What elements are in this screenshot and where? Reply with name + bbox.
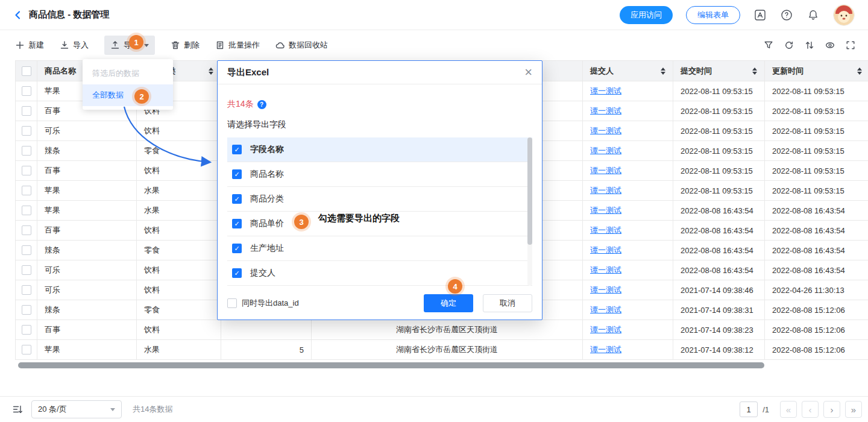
submitter-link[interactable]: 谭一测试 [590,265,621,276]
new-button[interactable]: 新建 [15,40,44,51]
refresh-icon[interactable] [784,40,794,51]
cell-submit-time: 2021-07-14 09:38:12 [673,340,765,360]
notification-bell-icon[interactable] [807,8,820,22]
row-checkbox[interactable] [22,245,31,255]
submitter-link[interactable]: 谭一测试 [590,125,621,136]
row-checkbox[interactable] [22,126,31,136]
checkbox-checked-icon[interactable]: ✓ [232,268,242,278]
submitter-link[interactable]: 谭一测试 [590,225,621,236]
export-menu-item-1[interactable]: 筛选后的数据 [83,63,173,84]
row-checkbox[interactable] [22,345,31,354]
page-input[interactable] [740,402,758,417]
app-access-button[interactable]: 应用访问 [620,6,673,24]
row-checkbox[interactable] [22,146,31,156]
field-label: 商品单价 [250,218,284,229]
sort-icon[interactable] [852,68,862,75]
column-header-7[interactable]: 更新时间 [765,61,868,81]
top-header: 商品信息 - 数据管理 应用访问 编辑表单 [0,0,868,30]
field-row[interactable]: ✓商品名称 [227,162,532,187]
sort-updown-icon[interactable] [804,40,815,51]
back-button[interactable] [13,10,23,20]
first-page-button[interactable]: « [780,401,797,418]
column-header-5[interactable]: 提交人 [583,61,673,81]
row-checkbox[interactable] [22,166,31,175]
modal-scrollbar[interactable] [527,137,532,286]
help-circle-icon[interactable]: ? [257,100,266,109]
field-row[interactable]: ✓提交人 [227,261,532,286]
edit-form-button[interactable]: 编辑表单 [686,6,740,24]
row-checkbox[interactable] [22,305,31,315]
batch-operation-button[interactable]: 批量操作 [215,40,260,51]
export-menu-item-2[interactable]: 全部数据 [83,84,173,106]
close-icon[interactable]: × [524,66,532,79]
field-row[interactable]: ✓生产地址 [227,236,532,261]
field-row[interactable]: ✓字段名称 [227,137,532,162]
row-checkbox[interactable] [22,225,31,235]
cell-update-time: 2022-08-08 16:43:54 [765,260,868,280]
translate-icon[interactable] [753,8,767,22]
confirm-button[interactable]: 确定 [424,294,473,312]
cell-category: 零食 [137,141,221,161]
field-row[interactable]: ✓商品分类 [227,187,532,212]
recycle-bin-button[interactable]: 数据回收站 [275,40,328,51]
row-checkbox[interactable] [22,325,31,335]
submitter-link[interactable]: 谭一测试 [590,285,621,295]
last-page-button[interactable]: » [845,401,862,418]
cell-update-time: 2022-08-11 09:53:15 [765,121,868,141]
row-checkbox[interactable] [22,106,31,116]
data-id-checkbox[interactable] [227,298,237,308]
row-checkbox[interactable] [22,265,31,275]
submitter-link[interactable]: 谭一测试 [590,205,621,216]
submitter-link[interactable]: 谭一测试 [590,145,621,156]
fullscreen-icon[interactable] [845,40,856,51]
submitter-link[interactable]: 谭一测试 [590,304,621,315]
cell-update-time: 2022-08-08 15:12:06 [765,320,868,340]
cell-submitter: 谭一测试 [583,320,673,340]
checkbox-checked-icon[interactable]: ✓ [232,244,242,253]
row-checkbox-cell [16,101,37,121]
cancel-button[interactable]: 取消 [483,294,532,312]
next-page-button[interactable]: › [823,401,840,418]
prev-page-button[interactable]: ‹ [802,401,819,418]
select-all-checkbox[interactable] [22,66,31,76]
total-count: 共14条数据 [133,404,172,415]
submitter-link[interactable]: 谭一测试 [590,86,621,96]
row-checkbox[interactable] [22,206,31,215]
modal-body: 共14条 ? 请选择导出字段 ✓字段名称✓商品名称✓商品分类✓商品单价✓生产地址… [218,84,542,286]
import-label: 导入 [73,40,89,51]
back-chevron-icon [13,10,23,20]
checkbox-checked-icon[interactable]: ✓ [232,194,242,204]
user-avatar[interactable] [833,4,855,26]
horizontal-scrollbar[interactable] [15,362,853,368]
row-height-icon[interactable] [12,404,23,415]
batch-icon [215,40,225,50]
submitter-link[interactable]: 谭一测试 [590,344,621,355]
submitter-link[interactable]: 谭一测试 [590,324,621,335]
sort-icon[interactable] [747,68,757,75]
submitter-link[interactable]: 谭一测试 [590,165,621,176]
submitter-link[interactable]: 谭一测试 [590,245,621,256]
delete-button[interactable]: 删除 [171,40,200,51]
checkbox-checked-icon[interactable]: ✓ [232,169,242,179]
horizontal-scrollbar-thumb[interactable] [18,362,764,368]
sort-icon[interactable] [204,68,213,75]
cell-submitter: 谭一测试 [583,241,673,260]
row-checkbox[interactable] [22,186,31,195]
modal-scrollbar-thumb[interactable] [527,137,532,245]
column-header-6[interactable]: 提交时间 [673,61,765,81]
checkbox-checked-icon[interactable]: ✓ [232,145,242,154]
row-checkbox-cell [16,181,37,201]
submitter-link[interactable]: 谭一测试 [590,185,621,196]
eye-icon[interactable] [825,40,835,51]
cell-submitter: 谭一测试 [583,260,673,280]
sort-icon[interactable] [656,68,665,75]
row-checkbox[interactable] [22,86,31,96]
help-icon[interactable] [780,8,793,22]
submitter-link[interactable]: 谭一测试 [590,106,621,116]
checkbox-checked-icon[interactable]: ✓ [232,219,242,228]
page-size-select[interactable]: 20 条/页 [31,400,122,418]
cell-submit-time: 2022-08-08 16:43:54 [673,260,765,280]
row-checkbox[interactable] [22,285,31,295]
import-button[interactable]: 导入 [60,40,89,51]
filter-icon[interactable] [763,40,774,51]
